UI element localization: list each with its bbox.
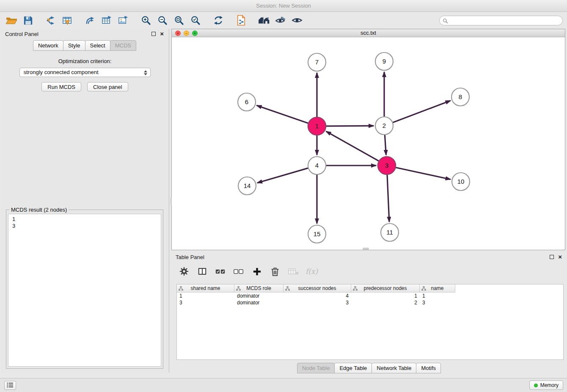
mcds-result-list[interactable]: 1 3 [8,214,161,367]
home-icon[interactable] [258,14,270,27]
close-panel-icon[interactable]: × [160,31,164,36]
export-web-icon[interactable] [235,14,248,27]
main-toolbar [0,12,567,29]
graph-node-7[interactable]: 7 [308,53,326,71]
zoom-in-icon[interactable] [140,14,152,27]
open-file-icon[interactable] [5,14,18,27]
column-header-mcds-role[interactable]: MCDS role [234,284,284,293]
table-panel: Table Panel × f(x) shared nameMCDS roles… [171,252,567,376]
graph-node-9[interactable]: 9 [375,52,393,70]
delete-row-icon[interactable] [269,265,281,277]
run-mcds-button[interactable]: Run MCDS [41,82,81,91]
svg-text:11: 11 [386,229,393,236]
graph-node-10[interactable]: 10 [452,173,470,190]
network-window-title: scc.txt [361,30,376,36]
add-row-icon[interactable] [251,265,263,277]
show-graphics-icon[interactable] [291,14,303,27]
table-tab-edge-table[interactable]: Edge Table [334,363,372,373]
column-label: name [431,285,443,291]
tab-mcds[interactable]: MCDS [110,40,136,51]
network-window-titlebar: × − + scc.txt [172,29,565,37]
graph-edge-3-1[interactable] [326,131,379,161]
close-panel-button[interactable]: Close panel [87,82,128,91]
graph-edge-1-2[interactable] [326,126,374,126]
svg-text:4: 4 [315,162,319,169]
memory-button[interactable]: Memory [529,381,563,390]
graph-node-3[interactable]: 3 [378,157,396,174]
svg-text:15: 15 [314,230,321,237]
table-tab-motifs[interactable]: Motifs [416,363,441,373]
cell-predecessor-nodes: 2 [351,299,420,306]
zoom-out-icon[interactable] [156,14,169,27]
window-zoom-icon[interactable]: + [192,30,198,36]
cell-name: 3 [420,299,455,306]
svg-text:10: 10 [457,178,465,185]
table-header-row: shared nameMCDS rolesuccessor nodesprede… [177,284,563,293]
graph-edge-3-11[interactable] [387,175,389,222]
column-header-shared-name[interactable]: shared name [177,284,234,293]
window-minimize-icon[interactable]: − [184,30,189,36]
export-table-icon[interactable] [100,14,113,27]
tab-select[interactable]: Select [85,40,110,51]
svg-text:9: 9 [383,58,386,65]
refresh-icon[interactable] [212,14,225,27]
export-image-icon[interactable] [117,14,129,27]
graph-node-4[interactable]: 4 [308,157,326,174]
graph-edge-3-10[interactable] [396,168,451,179]
tab-network[interactable]: Network [33,40,63,51]
graph-node-14[interactable]: 14 [238,177,256,195]
graph-node-11[interactable]: 11 [381,224,399,241]
table-row[interactable]: 1dominator411 [177,293,563,299]
graph-node-6[interactable]: 6 [238,93,256,111]
tab-style[interactable]: Style [63,40,85,51]
column-label: successor nodes [298,285,336,291]
float-table-panel-icon[interactable] [550,255,554,259]
zoom-fit-icon[interactable] [173,14,185,27]
graph-edge-1-6[interactable] [257,105,308,123]
gear-icon[interactable] [178,265,190,277]
column-label: shared name [190,285,220,291]
select-all-icon[interactable] [215,265,226,277]
import-network-icon[interactable] [44,14,57,27]
graph-edge-4-14[interactable] [257,168,308,183]
column-label: MCDS role [246,285,271,291]
optimization-criterion-select[interactable]: strongly connected component [19,68,151,77]
scrollbar-handle[interactable] [363,248,369,250]
save-session-icon[interactable] [22,14,34,27]
table-row[interactable]: 3dominator323 [177,299,563,306]
graph-edge-2-3[interactable] [385,135,386,155]
sort-icon [353,286,358,292]
control-panel-tabs: NetworkStyleSelectMCDS [1,40,169,51]
column-header-successor-nodes[interactable]: successor nodes [284,284,351,293]
zoom-selected-icon[interactable] [189,14,202,27]
status-menu-button[interactable] [4,381,16,390]
node-table: shared nameMCDS rolesuccessor nodesprede… [176,284,564,360]
export-network-icon[interactable] [84,14,96,27]
graph-node-1[interactable]: 1 [308,117,326,135]
split-columns-icon[interactable] [196,265,208,277]
window-close-icon[interactable]: × [175,30,181,36]
search-input[interactable] [439,16,563,25]
graph-node-2[interactable]: 2 [375,117,393,135]
deselect-all-icon[interactable] [233,265,245,277]
memory-status-dot [534,384,538,387]
optimization-criterion-value: strongly connected component [24,69,99,75]
graph-node-15[interactable]: 15 [308,225,326,243]
close-table-panel-icon[interactable]: × [558,254,562,259]
network-graph[interactable]: 7968124314101511 [172,37,565,250]
column-header-name[interactable]: name [420,284,455,293]
import-table-icon[interactable] [61,14,74,27]
table-body: 1dominator4113dominator323 [177,293,563,306]
function-icon: f(x) [306,265,318,277]
float-panel-icon[interactable] [151,32,156,36]
style-eye-icon[interactable] [274,14,287,27]
column-header-predecessor-nodes[interactable]: predecessor nodes [351,284,420,293]
table-tab-network-table[interactable]: Network Table [372,363,416,373]
table-tab-node-table[interactable]: Node Table [297,363,335,373]
network-canvas[interactable]: 7968124314101511 [172,37,565,250]
cell-successor-nodes: 3 [284,299,351,306]
graph-node-8[interactable]: 8 [451,88,469,106]
window-title: Session: New Session [256,3,311,9]
graph-edge-2-8[interactable] [393,101,451,122]
svg-text:14: 14 [244,182,251,189]
